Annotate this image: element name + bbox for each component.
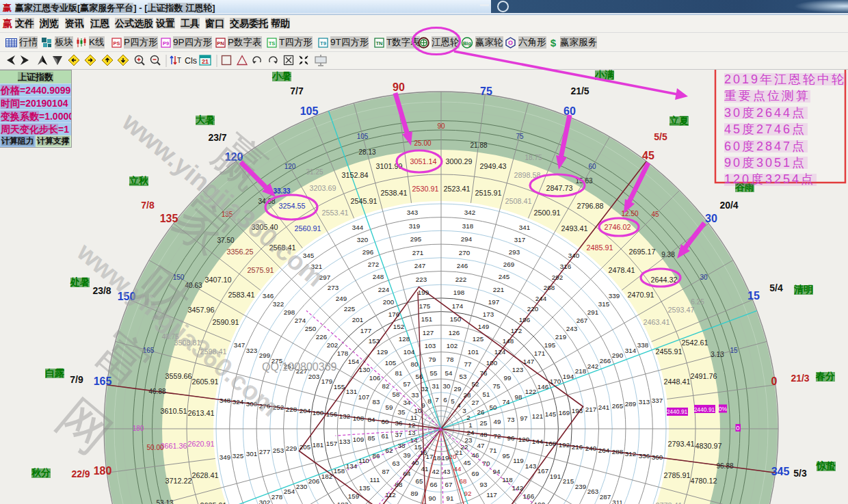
svg-text:55: 55 <box>430 369 438 377</box>
svg-text:143: 143 <box>525 462 537 470</box>
svg-text:66: 66 <box>430 481 438 488</box>
svg-text:225: 225 <box>344 305 356 313</box>
svg-text:7/7: 7/7 <box>290 85 304 96</box>
svg-text:200: 200 <box>383 298 395 306</box>
svg-text:35: 35 <box>398 408 406 416</box>
svg-text:293: 293 <box>509 248 520 256</box>
svg-text:239: 239 <box>575 483 586 490</box>
svg-text:317: 317 <box>514 236 525 243</box>
svg-text:176: 176 <box>388 310 400 318</box>
svg-text:50.00: 50.00 <box>146 444 163 451</box>
svg-text:77: 77 <box>464 360 472 368</box>
svg-text:2785.91: 2785.91 <box>663 471 690 479</box>
svg-text:42: 42 <box>432 468 440 475</box>
svg-text:73: 73 <box>507 416 515 423</box>
svg-text:196: 196 <box>519 316 531 323</box>
svg-text:7/9: 7/9 <box>70 374 83 385</box>
svg-text:152: 152 <box>393 323 404 330</box>
svg-text:240: 240 <box>585 445 597 452</box>
svg-text:148: 148 <box>503 337 514 345</box>
svg-text:247: 247 <box>414 262 425 269</box>
svg-text:194: 194 <box>563 373 574 380</box>
svg-text:3: 3 <box>462 407 466 414</box>
svg-text:44: 44 <box>454 465 462 473</box>
svg-text:立秋: 立秋 <box>129 175 149 186</box>
svg-text:195: 195 <box>544 341 556 349</box>
svg-text:75: 75 <box>516 133 524 140</box>
svg-text:218: 218 <box>575 367 587 375</box>
svg-text:93: 93 <box>480 481 488 488</box>
svg-text:151: 151 <box>421 315 432 323</box>
svg-text:86: 86 <box>373 452 380 460</box>
svg-text:246: 246 <box>457 262 468 269</box>
svg-text:3712.22: 3712.22 <box>165 477 191 485</box>
svg-text:135: 135 <box>359 484 371 492</box>
svg-text:192: 192 <box>559 441 570 449</box>
svg-text:13: 13 <box>408 429 416 436</box>
svg-text:PS: PS <box>113 40 120 47</box>
svg-text:290: 290 <box>612 352 624 359</box>
svg-text:5/3: 5/3 <box>793 468 807 479</box>
svg-text:PN: PN <box>217 40 224 47</box>
svg-text:2: 2 <box>466 414 470 421</box>
svg-text:154: 154 <box>348 358 360 365</box>
svg-text:216: 216 <box>572 443 583 451</box>
svg-text:60: 60 <box>588 163 596 170</box>
svg-text:82: 82 <box>382 382 390 390</box>
svg-text:96.88: 96.88 <box>716 462 733 470</box>
svg-text:22/9: 22/9 <box>71 468 90 479</box>
svg-text:40: 40 <box>412 459 419 466</box>
svg-text:75: 75 <box>480 85 492 97</box>
svg-text:110: 110 <box>358 457 369 464</box>
svg-text:5/4: 5/4 <box>769 282 783 293</box>
svg-text:45度2746点: 45度2746点 <box>724 122 806 136</box>
svg-text:312: 312 <box>625 450 636 457</box>
svg-text:204: 204 <box>300 407 311 414</box>
svg-text:96: 96 <box>507 434 515 442</box>
svg-text:180: 180 <box>133 425 144 432</box>
svg-text:292: 292 <box>552 274 563 281</box>
svg-text:203: 203 <box>308 373 320 380</box>
svg-text:126: 126 <box>449 329 460 336</box>
svg-text:291: 291 <box>587 308 598 316</box>
svg-text:TN: TN <box>376 40 383 47</box>
svg-text:28.13: 28.13 <box>358 148 375 156</box>
svg-text:37: 37 <box>395 431 403 438</box>
svg-text:54: 54 <box>445 369 453 377</box>
svg-text:大暑: 大暑 <box>196 114 215 125</box>
svg-text:102: 102 <box>447 342 458 349</box>
svg-text:90度3051点: 90度3051点 <box>724 156 806 170</box>
svg-text:惊蛰: 惊蛰 <box>816 460 836 471</box>
svg-text:2485.91: 2485.91 <box>586 243 613 252</box>
svg-text:2491.76: 2491.76 <box>690 372 717 380</box>
svg-text:0: 0 <box>771 375 778 387</box>
svg-text:QQ:100800369: QQ:100800369 <box>262 361 337 373</box>
svg-text:156: 156 <box>326 410 338 418</box>
svg-text:49: 49 <box>494 418 501 425</box>
svg-text:12.50: 12.50 <box>621 210 638 217</box>
svg-text:18.75: 18.75 <box>525 154 542 161</box>
svg-text:3457.96: 3457.96 <box>187 306 214 314</box>
svg-text:108: 108 <box>353 414 365 422</box>
svg-text:241: 241 <box>598 403 609 411</box>
svg-text:19: 19 <box>442 454 449 462</box>
svg-text:2538.41: 2538.41 <box>380 189 407 197</box>
svg-text:157: 157 <box>326 440 337 447</box>
svg-text:226: 226 <box>316 333 328 341</box>
svg-text:21.88: 21.88 <box>470 142 487 149</box>
svg-text:105: 105 <box>300 105 319 117</box>
svg-text:103: 103 <box>425 342 436 349</box>
svg-text:2440.91: 2440.91 <box>694 406 715 413</box>
svg-text:80: 80 <box>411 360 419 368</box>
svg-text:2553.41: 2553.41 <box>321 209 348 217</box>
svg-text:278: 278 <box>271 493 283 501</box>
svg-text:32: 32 <box>421 385 429 393</box>
svg-text:181: 181 <box>313 441 323 449</box>
svg-text:323: 323 <box>246 347 258 354</box>
svg-text:95: 95 <box>503 452 510 460</box>
svg-text:289: 289 <box>625 400 636 408</box>
svg-text:105: 105 <box>385 359 397 367</box>
svg-text:201: 201 <box>352 316 363 323</box>
svg-text:70: 70 <box>483 460 490 467</box>
svg-text:48: 48 <box>480 431 488 438</box>
